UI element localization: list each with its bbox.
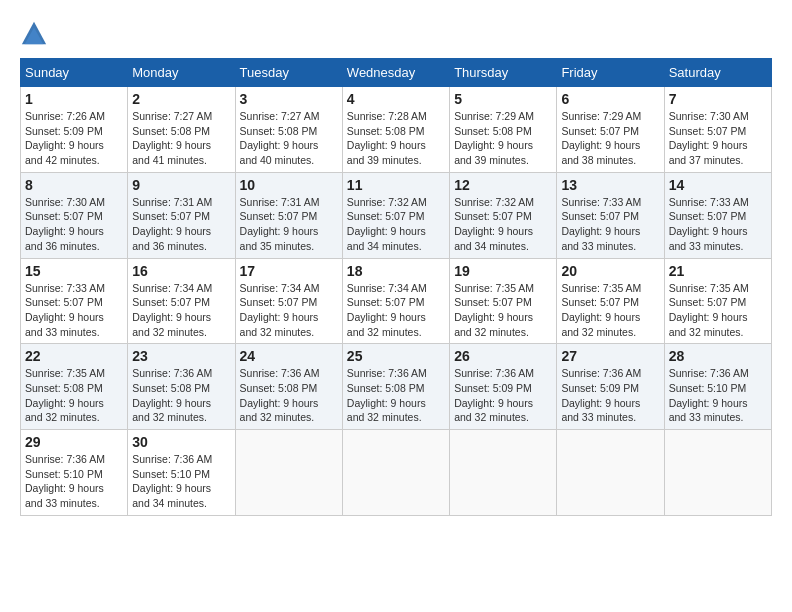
day-number: 26 bbox=[454, 348, 552, 364]
day-number: 24 bbox=[240, 348, 338, 364]
calendar-day-cell: 9Sunrise: 7:31 AMSunset: 5:07 PMDaylight… bbox=[128, 172, 235, 258]
empty-cell bbox=[235, 430, 342, 516]
day-info: Sunrise: 7:29 AMSunset: 5:08 PMDaylight:… bbox=[454, 109, 552, 168]
day-number: 20 bbox=[561, 263, 659, 279]
calendar-table: SundayMondayTuesdayWednesdayThursdayFrid… bbox=[20, 58, 772, 516]
calendar-day-cell: 13Sunrise: 7:33 AMSunset: 5:07 PMDayligh… bbox=[557, 172, 664, 258]
day-info: Sunrise: 7:36 AMSunset: 5:08 PMDaylight:… bbox=[347, 366, 445, 425]
day-number: 2 bbox=[132, 91, 230, 107]
day-info: Sunrise: 7:27 AMSunset: 5:08 PMDaylight:… bbox=[240, 109, 338, 168]
day-info: Sunrise: 7:36 AMSunset: 5:09 PMDaylight:… bbox=[561, 366, 659, 425]
day-info: Sunrise: 7:35 AMSunset: 5:07 PMDaylight:… bbox=[561, 281, 659, 340]
day-info: Sunrise: 7:30 AMSunset: 5:07 PMDaylight:… bbox=[25, 195, 123, 254]
calendar-day-cell: 7Sunrise: 7:30 AMSunset: 5:07 PMDaylight… bbox=[664, 87, 771, 173]
day-info: Sunrise: 7:36 AMSunset: 5:10 PMDaylight:… bbox=[132, 452, 230, 511]
calendar-day-cell: 22Sunrise: 7:35 AMSunset: 5:08 PMDayligh… bbox=[21, 344, 128, 430]
calendar-header-row: SundayMondayTuesdayWednesdayThursdayFrid… bbox=[21, 59, 772, 87]
day-info: Sunrise: 7:31 AMSunset: 5:07 PMDaylight:… bbox=[240, 195, 338, 254]
calendar-week-row: 8Sunrise: 7:30 AMSunset: 5:07 PMDaylight… bbox=[21, 172, 772, 258]
calendar-day-cell: 5Sunrise: 7:29 AMSunset: 5:08 PMDaylight… bbox=[450, 87, 557, 173]
logo-icon bbox=[20, 20, 48, 48]
day-info: Sunrise: 7:36 AMSunset: 5:08 PMDaylight:… bbox=[240, 366, 338, 425]
col-header-monday: Monday bbox=[128, 59, 235, 87]
calendar-day-cell: 23Sunrise: 7:36 AMSunset: 5:08 PMDayligh… bbox=[128, 344, 235, 430]
day-info: Sunrise: 7:35 AMSunset: 5:07 PMDaylight:… bbox=[669, 281, 767, 340]
day-number: 15 bbox=[25, 263, 123, 279]
calendar-day-cell: 15Sunrise: 7:33 AMSunset: 5:07 PMDayligh… bbox=[21, 258, 128, 344]
calendar-day-cell: 20Sunrise: 7:35 AMSunset: 5:07 PMDayligh… bbox=[557, 258, 664, 344]
day-info: Sunrise: 7:34 AMSunset: 5:07 PMDaylight:… bbox=[347, 281, 445, 340]
calendar-day-cell: 12Sunrise: 7:32 AMSunset: 5:07 PMDayligh… bbox=[450, 172, 557, 258]
calendar-day-cell: 1Sunrise: 7:26 AMSunset: 5:09 PMDaylight… bbox=[21, 87, 128, 173]
day-number: 22 bbox=[25, 348, 123, 364]
calendar-day-cell: 18Sunrise: 7:34 AMSunset: 5:07 PMDayligh… bbox=[342, 258, 449, 344]
day-number: 12 bbox=[454, 177, 552, 193]
calendar-day-cell: 17Sunrise: 7:34 AMSunset: 5:07 PMDayligh… bbox=[235, 258, 342, 344]
calendar-day-cell: 19Sunrise: 7:35 AMSunset: 5:07 PMDayligh… bbox=[450, 258, 557, 344]
day-number: 28 bbox=[669, 348, 767, 364]
day-info: Sunrise: 7:31 AMSunset: 5:07 PMDaylight:… bbox=[132, 195, 230, 254]
calendar-day-cell: 21Sunrise: 7:35 AMSunset: 5:07 PMDayligh… bbox=[664, 258, 771, 344]
calendar-day-cell: 28Sunrise: 7:36 AMSunset: 5:10 PMDayligh… bbox=[664, 344, 771, 430]
day-number: 23 bbox=[132, 348, 230, 364]
col-header-tuesday: Tuesday bbox=[235, 59, 342, 87]
day-number: 30 bbox=[132, 434, 230, 450]
calendar-day-cell: 24Sunrise: 7:36 AMSunset: 5:08 PMDayligh… bbox=[235, 344, 342, 430]
col-header-sunday: Sunday bbox=[21, 59, 128, 87]
day-info: Sunrise: 7:30 AMSunset: 5:07 PMDaylight:… bbox=[669, 109, 767, 168]
day-number: 27 bbox=[561, 348, 659, 364]
day-info: Sunrise: 7:34 AMSunset: 5:07 PMDaylight:… bbox=[240, 281, 338, 340]
day-info: Sunrise: 7:32 AMSunset: 5:07 PMDaylight:… bbox=[454, 195, 552, 254]
day-number: 19 bbox=[454, 263, 552, 279]
day-info: Sunrise: 7:36 AMSunset: 5:10 PMDaylight:… bbox=[25, 452, 123, 511]
day-number: 5 bbox=[454, 91, 552, 107]
calendar-week-row: 29Sunrise: 7:36 AMSunset: 5:10 PMDayligh… bbox=[21, 430, 772, 516]
day-info: Sunrise: 7:29 AMSunset: 5:07 PMDaylight:… bbox=[561, 109, 659, 168]
day-info: Sunrise: 7:33 AMSunset: 5:07 PMDaylight:… bbox=[669, 195, 767, 254]
calendar-day-cell: 11Sunrise: 7:32 AMSunset: 5:07 PMDayligh… bbox=[342, 172, 449, 258]
calendar-day-cell: 29Sunrise: 7:36 AMSunset: 5:10 PMDayligh… bbox=[21, 430, 128, 516]
day-info: Sunrise: 7:35 AMSunset: 5:08 PMDaylight:… bbox=[25, 366, 123, 425]
calendar-day-cell: 6Sunrise: 7:29 AMSunset: 5:07 PMDaylight… bbox=[557, 87, 664, 173]
day-info: Sunrise: 7:28 AMSunset: 5:08 PMDaylight:… bbox=[347, 109, 445, 168]
day-info: Sunrise: 7:26 AMSunset: 5:09 PMDaylight:… bbox=[25, 109, 123, 168]
day-number: 14 bbox=[669, 177, 767, 193]
day-info: Sunrise: 7:27 AMSunset: 5:08 PMDaylight:… bbox=[132, 109, 230, 168]
col-header-saturday: Saturday bbox=[664, 59, 771, 87]
day-info: Sunrise: 7:33 AMSunset: 5:07 PMDaylight:… bbox=[25, 281, 123, 340]
calendar-day-cell: 25Sunrise: 7:36 AMSunset: 5:08 PMDayligh… bbox=[342, 344, 449, 430]
day-number: 29 bbox=[25, 434, 123, 450]
calendar-day-cell: 10Sunrise: 7:31 AMSunset: 5:07 PMDayligh… bbox=[235, 172, 342, 258]
empty-cell bbox=[342, 430, 449, 516]
calendar-week-row: 15Sunrise: 7:33 AMSunset: 5:07 PMDayligh… bbox=[21, 258, 772, 344]
day-number: 13 bbox=[561, 177, 659, 193]
calendar-week-row: 1Sunrise: 7:26 AMSunset: 5:09 PMDaylight… bbox=[21, 87, 772, 173]
day-info: Sunrise: 7:36 AMSunset: 5:08 PMDaylight:… bbox=[132, 366, 230, 425]
day-number: 18 bbox=[347, 263, 445, 279]
day-number: 16 bbox=[132, 263, 230, 279]
empty-cell bbox=[450, 430, 557, 516]
day-number: 25 bbox=[347, 348, 445, 364]
logo bbox=[20, 20, 52, 48]
day-info: Sunrise: 7:34 AMSunset: 5:07 PMDaylight:… bbox=[132, 281, 230, 340]
calendar-day-cell: 16Sunrise: 7:34 AMSunset: 5:07 PMDayligh… bbox=[128, 258, 235, 344]
empty-cell bbox=[557, 430, 664, 516]
empty-cell bbox=[664, 430, 771, 516]
day-number: 4 bbox=[347, 91, 445, 107]
calendar-day-cell: 30Sunrise: 7:36 AMSunset: 5:10 PMDayligh… bbox=[128, 430, 235, 516]
day-number: 6 bbox=[561, 91, 659, 107]
day-number: 3 bbox=[240, 91, 338, 107]
day-number: 1 bbox=[25, 91, 123, 107]
page-header bbox=[20, 20, 772, 48]
col-header-thursday: Thursday bbox=[450, 59, 557, 87]
calendar-day-cell: 2Sunrise: 7:27 AMSunset: 5:08 PMDaylight… bbox=[128, 87, 235, 173]
day-number: 7 bbox=[669, 91, 767, 107]
col-header-wednesday: Wednesday bbox=[342, 59, 449, 87]
calendar-day-cell: 4Sunrise: 7:28 AMSunset: 5:08 PMDaylight… bbox=[342, 87, 449, 173]
day-number: 8 bbox=[25, 177, 123, 193]
day-number: 9 bbox=[132, 177, 230, 193]
col-header-friday: Friday bbox=[557, 59, 664, 87]
day-info: Sunrise: 7:35 AMSunset: 5:07 PMDaylight:… bbox=[454, 281, 552, 340]
day-info: Sunrise: 7:36 AMSunset: 5:09 PMDaylight:… bbox=[454, 366, 552, 425]
calendar-day-cell: 26Sunrise: 7:36 AMSunset: 5:09 PMDayligh… bbox=[450, 344, 557, 430]
